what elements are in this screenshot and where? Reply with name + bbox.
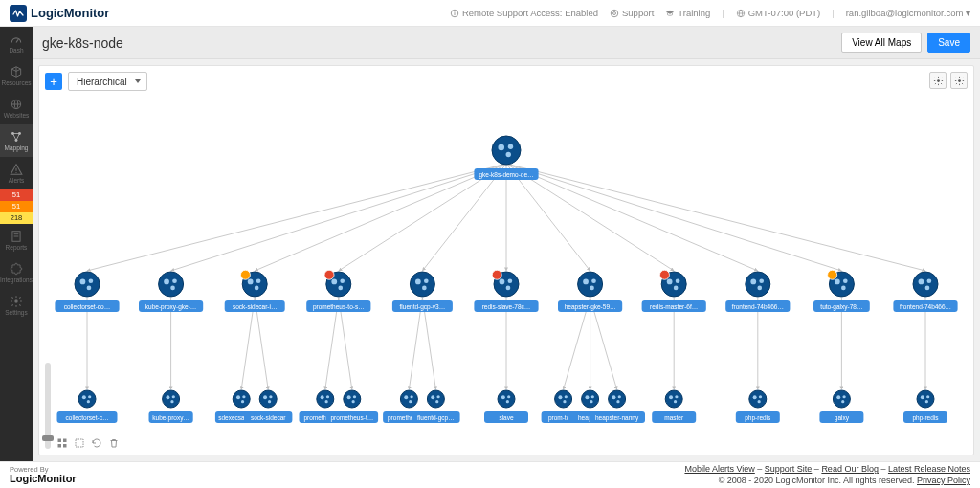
svg-point-76 bbox=[321, 395, 324, 399]
svg-line-8 bbox=[16, 39, 18, 43]
svg-rect-27 bbox=[76, 439, 83, 447]
svg-line-38 bbox=[506, 164, 925, 271]
node-label: frontend-74b466… bbox=[900, 303, 951, 310]
timezone-label: GMT-07:00 (PDT) bbox=[748, 8, 821, 18]
svg-point-87 bbox=[410, 395, 412, 398]
topbar: LogicMonitor Remote Support Access: Enab… bbox=[0, 0, 980, 27]
root-node[interactable]: gke-k8s-demo-de… bbox=[474, 136, 538, 180]
svg-point-111 bbox=[612, 395, 615, 399]
mid-node[interactable]: heapster-gke-59… bbox=[558, 272, 622, 312]
svg-point-103 bbox=[563, 400, 566, 403]
leaf-node[interactable]: galxy bbox=[819, 390, 863, 423]
footer-link[interactable]: Read Our Blog bbox=[821, 464, 879, 474]
svg-point-126 bbox=[836, 395, 840, 399]
mid-node[interactable]: redis-master-6f… bbox=[642, 270, 706, 312]
mid-node[interactable]: collectorset-co… bbox=[55, 272, 119, 312]
mid-node[interactable]: kube-proxy-gke-… bbox=[139, 272, 203, 312]
footer-link[interactable]: Latest Release Notes bbox=[888, 464, 970, 474]
leaf-node[interactable]: prometheus-t… bbox=[326, 390, 379, 423]
user-menu[interactable]: ran.gilboa@logicmonitor.com ▾ bbox=[846, 8, 970, 18]
mid-node[interactable]: prometheus-to-s… bbox=[306, 270, 370, 312]
svg-point-66 bbox=[236, 395, 240, 399]
graph-icon bbox=[10, 130, 23, 144]
nav-item-websites[interactable]: Websites bbox=[0, 92, 33, 124]
footer: Powered By LogicMonitor Mobile Alerts Vi… bbox=[0, 461, 980, 488]
nav-label: Mapping bbox=[5, 144, 29, 151]
nav-item-alerts[interactable]: Alerts bbox=[0, 157, 33, 189]
svg-point-151 bbox=[331, 279, 337, 285]
leaf-node[interactable]: slave bbox=[484, 390, 528, 423]
svg-point-71 bbox=[263, 395, 267, 399]
canvas-gear-1[interactable] bbox=[929, 72, 947, 89]
footer-brand: Powered By LogicMonitor bbox=[10, 466, 77, 484]
svg-point-61 bbox=[166, 395, 169, 399]
mid-node[interactable]: sock-sidecar-i… bbox=[225, 270, 285, 312]
zoom-slider[interactable] bbox=[45, 363, 51, 449]
training-link[interactable]: Training bbox=[665, 8, 710, 18]
mid-node[interactable]: fluentd-gcp-v3… bbox=[392, 272, 453, 312]
alert-badge-red[interactable]: 51 bbox=[0, 189, 33, 201]
node-label: prometheus-t… bbox=[330, 414, 373, 422]
svg-point-191 bbox=[498, 144, 504, 151]
alert-icon bbox=[10, 163, 23, 176]
layout-select[interactable]: Hierarchical bbox=[68, 72, 147, 91]
canvas-gear-2[interactable] bbox=[950, 72, 968, 89]
leaf-node[interactable]: fluentd-gcp… bbox=[412, 390, 459, 423]
leaf-node[interactable]: kube-proxy… bbox=[149, 390, 193, 423]
timezone-link[interactable]: GMT-07:00 (PDT) bbox=[736, 8, 821, 18]
leaf-node[interactable]: php-redis bbox=[903, 390, 947, 423]
mid-node[interactable]: tuto-galxy-78… bbox=[813, 270, 870, 312]
svg-point-122 bbox=[759, 395, 762, 398]
svg-point-171 bbox=[667, 279, 673, 285]
svg-point-176 bbox=[750, 279, 756, 285]
puzzle-icon bbox=[10, 262, 23, 276]
nav-item-resources[interactable]: Resources bbox=[0, 59, 33, 92]
nav-item-dash[interactable]: Dash bbox=[0, 27, 33, 59]
svg-point-146 bbox=[248, 279, 254, 285]
svg-point-141 bbox=[164, 279, 169, 285]
node-label: kube-proxy-gke-… bbox=[145, 303, 196, 311]
refresh-icon[interactable] bbox=[91, 437, 102, 449]
alert-badge-yellow[interactable]: 218 bbox=[0, 212, 33, 224]
nav-item-mapping[interactable]: Mapping bbox=[0, 124, 33, 157]
mid-node[interactable]: frontend-74b466… bbox=[725, 272, 790, 312]
svg-point-173 bbox=[674, 286, 679, 291]
add-node-button[interactable]: + bbox=[45, 73, 62, 90]
report-icon bbox=[10, 230, 23, 243]
save-button[interactable]: Save bbox=[927, 33, 970, 53]
node-label: master bbox=[664, 414, 684, 421]
footer-links: Mobile Alerts View – Support Site – Read… bbox=[684, 464, 970, 475]
leaf-node[interactable]: sock-sidecar bbox=[244, 390, 292, 423]
svg-point-22 bbox=[958, 79, 961, 82]
support-link[interactable]: Support bbox=[610, 8, 654, 18]
chevron-down-icon: ▾ bbox=[966, 8, 970, 18]
node-label: sock-sidecar bbox=[251, 414, 286, 421]
trash-icon[interactable] bbox=[108, 437, 120, 449]
topbar-sep-2: | bbox=[832, 8, 834, 18]
svg-point-142 bbox=[172, 278, 177, 283]
svg-point-72 bbox=[269, 395, 272, 398]
nav-item-integrations[interactable]: Integrations bbox=[0, 256, 33, 289]
view-all-maps-button[interactable]: View All Maps bbox=[841, 33, 922, 53]
leaf-node[interactable]: php-redis bbox=[736, 390, 780, 423]
nav-item-settings[interactable]: Settings bbox=[0, 289, 33, 322]
svg-point-70 bbox=[259, 390, 277, 408]
nav-item-reports[interactable]: Reports bbox=[0, 224, 33, 256]
leaf-node[interactable]: master bbox=[652, 390, 696, 423]
footer-link[interactable]: Support Site bbox=[765, 464, 813, 474]
lasso-icon[interactable] bbox=[74, 437, 85, 449]
mid-node[interactable]: frontend-74b466… bbox=[893, 272, 957, 312]
map-canvas[interactable]: + Hierarchical bbox=[38, 65, 974, 455]
alert-badge-orange[interactable]: 51 bbox=[0, 201, 33, 212]
brand-logo[interactable]: LogicMonitor bbox=[10, 5, 109, 22]
zoom-thumb[interactable] bbox=[42, 435, 54, 441]
svg-point-81 bbox=[347, 395, 351, 399]
info-icon bbox=[450, 9, 459, 18]
svg-point-148 bbox=[255, 286, 259, 291]
mid-node[interactable]: redis-slave-78c… bbox=[474, 270, 538, 312]
grid-icon[interactable] bbox=[56, 437, 68, 449]
privacy-policy-link[interactable]: Privacy Policy bbox=[917, 476, 970, 485]
topbar-right: Remote Support Access: Enabled Support T… bbox=[450, 8, 970, 18]
footer-link[interactable]: Mobile Alerts View bbox=[684, 464, 754, 474]
svg-point-185 bbox=[913, 272, 938, 297]
